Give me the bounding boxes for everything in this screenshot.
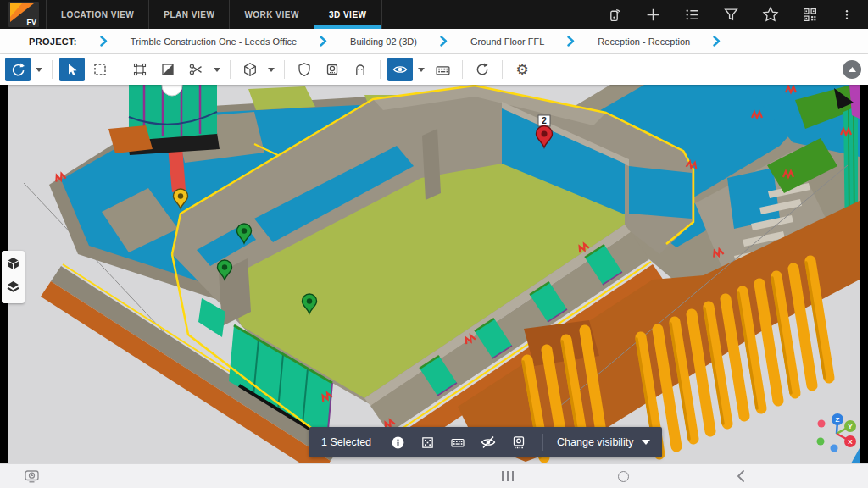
section-cut-caret[interactable] — [211, 58, 223, 81]
selection-bar-divider — [542, 434, 543, 451]
toolbar-divider — [502, 60, 503, 79]
cursor-icon — [64, 62, 80, 77]
viewport-right-letterbox — [860, 85, 868, 463]
toolbar-divider — [462, 60, 463, 79]
recent-apps-button[interactable] — [502, 464, 514, 488]
visibility-tool-button[interactable] — [387, 58, 413, 81]
marquee-icon — [92, 62, 108, 77]
chevron-right-icon — [100, 36, 108, 47]
change-visibility-button[interactable]: Change visibility — [557, 436, 633, 448]
selection-count: 1 Selected — [321, 436, 371, 448]
visibility-tool-caret[interactable] — [415, 58, 427, 81]
view-tabs: LOCATION VIEW PLAN VIEW WORK VIEW 3D VIE… — [46, 0, 382, 29]
toolbar-divider — [284, 60, 285, 79]
layers-icon[interactable] — [7, 280, 19, 297]
breadcrumb: PROJECT: Trimble Construction One - Leed… — [0, 29, 868, 54]
section-cut-button[interactable] — [183, 58, 209, 81]
breadcrumb-project-label: PROJECT: — [29, 36, 77, 47]
home-button[interactable] — [618, 464, 629, 488]
gizmo-x-label: X — [848, 438, 853, 446]
add-icon[interactable] — [645, 7, 661, 23]
fit-to-view-icon[interactable] — [420, 435, 435, 450]
task-list-icon[interactable] — [684, 7, 700, 23]
keyboard-icon[interactable] — [450, 435, 465, 450]
top-app-bar: FV LOCATION VIEW PLAN VIEW WORK VIEW 3D … — [0, 0, 868, 29]
hide-eye-off-icon[interactable] — [481, 435, 496, 450]
shade-icon — [160, 62, 175, 77]
overlay-tool-button[interactable] — [320, 58, 345, 81]
overlay-icon — [325, 62, 340, 77]
transform-tool-button[interactable] — [127, 58, 153, 81]
chevron-down-icon[interactable] — [642, 440, 650, 445]
system-navigation-bar — [0, 463, 868, 488]
model-tree-icon[interactable] — [7, 257, 19, 274]
qr-code-icon[interactable] — [802, 7, 818, 23]
collapse-toolbar-button[interactable] — [843, 60, 861, 79]
app-logo-text: FV — [26, 18, 36, 26]
keyboard-tool-button[interactable] — [430, 58, 455, 81]
chevron-right-icon — [440, 36, 448, 47]
chevron-right-icon — [567, 36, 575, 47]
keyboard-icon — [435, 62, 451, 78]
model-layers-panel — [2, 251, 25, 303]
ghost-mode-button[interactable] — [348, 58, 373, 81]
3d-model-scene[interactable]: 2 Z Y X — [8, 85, 860, 463]
eye-icon — [392, 62, 408, 77]
screenshot-toolbar-icon[interactable] — [24, 464, 40, 488]
chevron-right-icon — [713, 36, 721, 47]
transform-icon — [132, 62, 147, 77]
chevron-up-icon — [849, 67, 856, 72]
view-cube-caret[interactable] — [265, 58, 277, 81]
toolbar-divider — [52, 60, 53, 79]
cube-icon — [242, 62, 258, 77]
toolbar-divider — [230, 60, 231, 79]
toolbar-divider — [380, 60, 381, 79]
shield-icon — [297, 62, 312, 77]
orbit-icon — [10, 62, 25, 77]
gear-icon: ⚙ — [515, 63, 528, 77]
tab-plan-view[interactable]: PLAN VIEW — [148, 0, 229, 29]
orbit-tool-caret[interactable] — [33, 58, 45, 81]
orbit-tool-button[interactable] — [5, 58, 31, 81]
gizmo-dot-negative-z[interactable] — [831, 445, 838, 452]
back-button[interactable] — [737, 464, 745, 488]
view-cube-button[interactable] — [237, 58, 263, 81]
more-options-icon[interactable] — [841, 7, 853, 23]
refresh-button[interactable] — [470, 58, 495, 81]
gizmo-z-label: Z — [836, 416, 840, 424]
breadcrumb-item-building[interactable]: Building 02 (3D) — [350, 36, 417, 47]
chevron-right-icon — [320, 36, 327, 47]
gizmo-y-label: Y — [848, 423, 853, 430]
refresh-icon — [475, 62, 490, 77]
favorite-star-icon[interactable] — [762, 6, 779, 23]
tab-3d-view[interactable]: 3D VIEW — [314, 0, 382, 29]
breadcrumb-item-site[interactable]: Trimble Construction One - Leeds Office — [131, 36, 297, 47]
select-tool-button[interactable] — [59, 58, 85, 81]
toolbar-divider — [120, 60, 120, 79]
settings-button[interactable]: ⚙ — [509, 58, 535, 81]
breadcrumb-item-floor[interactable]: Ground Floor FFL — [470, 36, 544, 47]
ghost-icon — [353, 62, 368, 77]
isolate-icon[interactable] — [511, 435, 526, 450]
shade-tool-button[interactable] — [155, 58, 181, 81]
clash-shield-button[interactable] — [292, 58, 317, 81]
selection-action-bar: 1 Selected Change visibility — [309, 427, 662, 458]
app-logo[interactable]: FV — [8, 2, 39, 27]
pin-count-label: 2 — [542, 116, 547, 125]
tab-location-view[interactable]: LOCATION VIEW — [46, 0, 148, 29]
tab-work-view[interactable]: WORK VIEW — [229, 0, 314, 29]
filter-icon[interactable] — [723, 7, 739, 23]
viewer-toolbar: ⚙ — [0, 54, 868, 85]
top-action-icons — [606, 0, 868, 29]
scissors-icon — [188, 62, 203, 77]
gizmo-dot-negative-y[interactable] — [817, 438, 825, 446]
breadcrumb-item-room[interactable]: Reception - Reception — [598, 36, 690, 47]
3d-viewport[interactable]: 2 Z Y X — [0, 85, 868, 463]
info-icon[interactable] — [391, 435, 405, 450]
gizmo-dot-negative-x[interactable] — [818, 420, 826, 428]
scan-device-icon[interactable] — [606, 7, 622, 23]
marquee-select-button[interactable] — [87, 58, 113, 81]
